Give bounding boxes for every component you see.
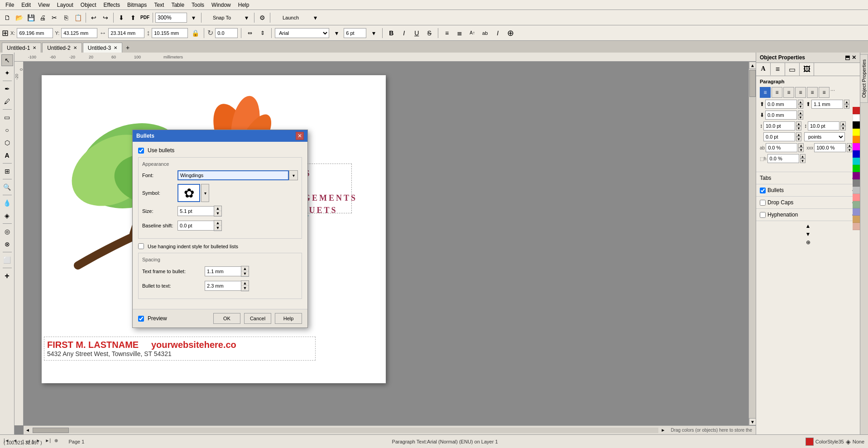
preview-checkbox[interactable] — [138, 316, 144, 322]
strikethrough-button[interactable]: S — [424, 28, 435, 39]
menu-layout[interactable]: Layout — [53, 1, 77, 9]
menu-tools[interactable]: Tools — [188, 1, 208, 9]
width-input[interactable] — [108, 28, 144, 38]
v-scrollbar[interactable]: ▲ ▼ — [748, 62, 756, 425]
line-space-input[interactable] — [763, 121, 795, 130]
align-center[interactable]: ≡ — [772, 87, 782, 98]
char-width-up[interactable]: ▲ — [847, 143, 852, 148]
dialog-close-button[interactable]: ✕ — [296, 132, 304, 140]
hanging-indent-checkbox[interactable] — [138, 243, 144, 249]
copy-button[interactable]: ⎘ — [61, 12, 72, 23]
symbol-dropdown[interactable]: ▾ — [201, 184, 209, 202]
panel-tab-image[interactable]: 🖼 — [800, 63, 814, 76]
text-frame-input[interactable] — [205, 266, 241, 276]
italic-button[interactable]: I — [398, 28, 409, 39]
italic2-button[interactable]: I — [492, 28, 503, 39]
cancel-button[interactable]: Cancel — [244, 313, 271, 324]
char-space-down[interactable]: ▼ — [840, 126, 846, 130]
baseline-input[interactable] — [177, 221, 214, 231]
color-peach[interactable] — [853, 223, 860, 230]
snap-toggle[interactable]: Snap To — [204, 12, 240, 23]
zoom-input[interactable] — [155, 13, 187, 23]
redo-button[interactable]: ↪ — [100, 12, 111, 23]
color-tan[interactable] — [853, 216, 860, 223]
baseline-down[interactable]: ▼ — [214, 226, 221, 231]
size-down[interactable]: ▼ — [214, 211, 221, 216]
baseline-shift2-down[interactable]: ▼ — [800, 159, 806, 163]
zoom-dropdown[interactable]: ▾ — [188, 12, 199, 23]
baseline-shift2-up[interactable]: ▲ — [800, 154, 806, 159]
menu-bitmaps[interactable]: Bitmaps — [124, 1, 150, 9]
hanging-indent-label[interactable]: Use hanging indent style for bulleted li… — [148, 244, 238, 249]
panel-detach[interactable]: ⬒ — [845, 54, 850, 61]
panel-zoom-in[interactable]: ⊕ — [806, 239, 810, 246]
char-space-up[interactable]: ▲ — [840, 121, 846, 126]
shape-tool[interactable]: ✦ — [1, 67, 13, 79]
indent-left-up[interactable]: ▲ — [798, 100, 803, 104]
menu-view[interactable]: View — [34, 1, 53, 9]
space-before-up[interactable]: ▲ — [798, 111, 803, 115]
list2-button[interactable]: ≣ — [454, 28, 465, 39]
bullet-to-text-input[interactable] — [205, 281, 241, 291]
underline-button[interactable]: U — [411, 28, 422, 39]
color-white[interactable] — [853, 114, 860, 121]
tab2-close[interactable]: ✕ — [73, 45, 77, 50]
color-blue[interactable] — [853, 150, 860, 158]
indent-left-down[interactable]: ▼ — [798, 104, 803, 109]
align-force[interactable]: ≡ — [807, 87, 818, 98]
font-dropdown[interactable]: ▾ — [289, 170, 298, 180]
preview-label[interactable]: Preview — [148, 315, 167, 322]
color-gray[interactable] — [853, 179, 860, 187]
polygon-tool[interactable]: ⬡ — [1, 137, 13, 149]
mirror-v[interactable]: ⇕ — [257, 28, 268, 39]
word-space-up[interactable]: ▲ — [798, 143, 804, 148]
current-fill-color[interactable] — [806, 438, 814, 446]
panel-tab-align[interactable]: ≡ — [771, 63, 785, 76]
color-magenta[interactable] — [853, 143, 860, 150]
ab-button[interactable]: ab — [480, 28, 490, 39]
font-size-dropdown[interactable]: ▾ — [368, 28, 379, 39]
add-page[interactable]: ⊕ — [54, 438, 62, 445]
bullets-panel-checkbox[interactable] — [760, 188, 766, 193]
units-select[interactable]: points mm % — [804, 132, 845, 141]
panel-tab-text[interactable]: A — [756, 63, 771, 76]
blend-tool[interactable]: ⊗ — [1, 238, 13, 250]
lock-aspect[interactable]: 🔒 — [190, 28, 201, 39]
snap-dropdown[interactable]: ▾ — [241, 12, 252, 23]
line-space-up[interactable]: ▲ — [796, 121, 801, 126]
paste-button[interactable]: 📋 — [72, 12, 83, 23]
fill-icon[interactable]: ◈ — [846, 438, 851, 445]
line-space-down[interactable]: ▼ — [796, 126, 801, 130]
char-space-input[interactable] — [808, 121, 839, 130]
font-size-input[interactable] — [344, 28, 366, 38]
color-silver[interactable] — [853, 187, 860, 194]
nav-last[interactable]: ►| — [45, 438, 53, 445]
use-bullets-label[interactable]: Use bullets — [148, 147, 174, 154]
launch-button[interactable]: Launch — [273, 12, 309, 23]
indent-right-input[interactable] — [811, 100, 843, 109]
space-before-down[interactable]: ▼ — [798, 115, 803, 120]
cut-button[interactable]: ✂ — [49, 12, 60, 23]
align-more[interactable]: ··· — [830, 87, 835, 98]
panel-scroll-down[interactable]: ▼ — [806, 231, 811, 237]
drop-caps-checkbox[interactable] — [760, 200, 766, 206]
panel-scroll-up[interactable]: ▲ — [806, 223, 811, 229]
text-frame-down[interactable]: ▼ — [241, 271, 249, 276]
tab-untitled3[interactable]: Untitled-3 ✕ — [83, 43, 122, 53]
save-button[interactable]: 💾 — [25, 12, 36, 23]
color-black[interactable] — [853, 121, 860, 129]
undo-button[interactable]: ↩ — [88, 12, 99, 23]
launch-dropdown[interactable]: ▾ — [310, 12, 321, 23]
menu-table[interactable]: Table — [168, 1, 188, 9]
import-button[interactable]: ⬇ — [116, 12, 127, 23]
panel-close[interactable]: ✕ — [852, 54, 856, 61]
hyphenation-checkbox[interactable] — [760, 212, 766, 218]
list-button[interactable]: ≡ — [441, 28, 452, 39]
table-tool[interactable]: ⊞ — [1, 165, 13, 177]
menu-text[interactable]: Text — [150, 1, 168, 9]
options-button[interactable]: ⚙ — [257, 12, 268, 23]
bullet-to-text-down[interactable]: ▼ — [241, 286, 249, 291]
freehand-tool[interactable]: ✒ — [1, 83, 13, 95]
use-bullets-checkbox[interactable] — [138, 148, 144, 154]
baseline-shift2-input[interactable] — [767, 154, 799, 163]
